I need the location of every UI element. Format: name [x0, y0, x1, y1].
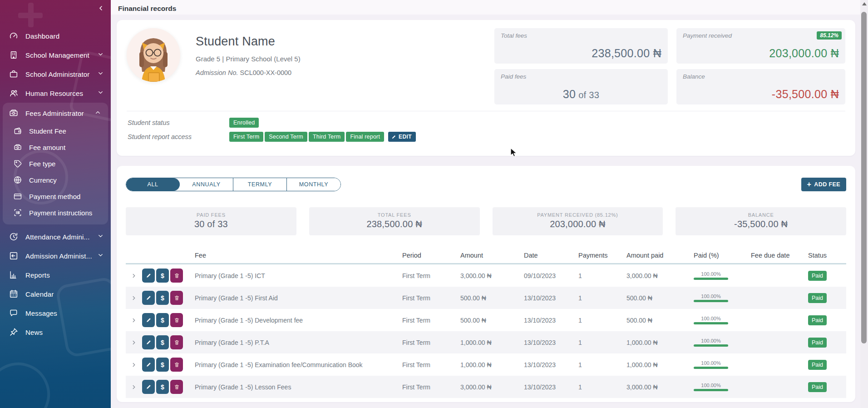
clock-refresh-icon: [8, 231, 19, 242]
sidebar-item-admission-administration[interactable]: Admission Administ...: [0, 246, 111, 265]
edit-fee-button[interactable]: [142, 335, 155, 349]
col-payments: Payments: [578, 252, 626, 259]
chevron-down-icon: [97, 89, 104, 97]
trash-icon: [174, 295, 180, 301]
summary-balance: BALANCE -35,500.00 ₦: [676, 207, 846, 235]
paid-progress-bar: [694, 278, 728, 280]
table-row: $ Primary (Grade 1 -5) ICT First Term 3,…: [126, 264, 846, 287]
student-grade: Grade 5 | Primary School (Level 5): [196, 55, 301, 63]
credit-card-icon: [13, 191, 23, 201]
col-paid-pct: Paid (%): [694, 252, 751, 259]
dollar-icon: $: [161, 339, 164, 346]
scrollbar-thumb[interactable]: [861, 12, 867, 343]
bar-chart-icon: [8, 269, 19, 280]
status-badge: Paid: [808, 382, 827, 392]
briefcase-icon: [8, 69, 19, 80]
summary-total-fees: TOTAL FEES 238,500.00 ₦: [309, 207, 480, 235]
student-status-label: Student status: [128, 119, 229, 126]
sidebar-item-school-administrator[interactable]: School Administrator: [0, 65, 111, 84]
edit-fee-button[interactable]: [142, 313, 155, 327]
pay-fee-button[interactable]: $: [156, 269, 169, 283]
status-badge: Paid: [808, 315, 827, 325]
dollar-icon: $: [161, 272, 164, 279]
edit-fee-button[interactable]: [142, 269, 155, 283]
student-stats: Total fees 238,500.00 ₦ Payment received…: [494, 28, 845, 104]
sidebar-item-currency[interactable]: Currency: [3, 172, 108, 188]
report-access-label: Student report access: [128, 133, 229, 140]
sidebar-item-reports[interactable]: Reports: [0, 265, 111, 284]
chevron-down-icon: [97, 252, 104, 260]
pay-fee-button[interactable]: $: [156, 313, 169, 327]
add-fee-button[interactable]: + ADD FEE: [801, 178, 846, 191]
dollar-icon: $: [161, 294, 164, 302]
sidebar-item-fees-administrator[interactable]: Fees Administrator: [3, 104, 108, 123]
sidebar-item-fee-amount[interactable]: Fee amount: [3, 139, 108, 155]
row-expander[interactable]: [126, 295, 142, 301]
delete-fee-button[interactable]: [170, 291, 183, 305]
sidebar-item-messages[interactable]: Messages: [0, 304, 111, 323]
delete-fee-button[interactable]: [170, 269, 183, 283]
chevron-down-icon: [97, 51, 104, 59]
sidebar-item-dashboard[interactable]: Dashboard: [0, 26, 111, 45]
sidebar-item-payment-method[interactable]: Payment method: [3, 188, 108, 204]
wallet-icon: [13, 126, 23, 136]
sidebar-item-human-resources[interactable]: Human Resources: [0, 84, 111, 103]
tab-all[interactable]: ALL: [126, 178, 180, 191]
col-status: Status: [808, 252, 846, 259]
fees-table: Fee Period Amount Date Payments Amount p…: [126, 247, 846, 398]
sidebar-item-label: Student Fee: [29, 127, 66, 135]
box-arrow-left-icon: [8, 250, 19, 261]
student-avatar: [127, 28, 180, 82]
delete-fee-button[interactable]: [170, 358, 183, 372]
edit-report-access-button[interactable]: EDIT: [388, 132, 416, 142]
table-row: $ Primary (Grade 1 -5) Lesson Fees First…: [126, 376, 846, 398]
pay-fee-button[interactable]: $: [156, 380, 169, 394]
row-expander[interactable]: [126, 317, 142, 323]
pencil-icon: [146, 362, 152, 368]
sidebar-item-calendar[interactable]: Calendar: [0, 284, 111, 304]
edit-fee-button[interactable]: [142, 291, 155, 305]
tab-monthly[interactable]: MONTHLY: [287, 178, 340, 191]
sidebar-item-attendance-administration[interactable]: Attendance Admini...: [0, 227, 111, 246]
row-expander[interactable]: [126, 384, 142, 390]
col-amount-paid: Amount paid: [626, 252, 694, 259]
status-badge: Paid: [808, 360, 827, 370]
stat-value: 30 of 33: [494, 88, 668, 101]
tab-annualy[interactable]: ANNUALY: [180, 178, 233, 191]
dashboard-icon: [8, 30, 19, 41]
pencil-icon: [146, 384, 152, 390]
chevron-up-icon: [94, 109, 102, 117]
pencil-icon: [146, 295, 152, 301]
edit-fee-button[interactable]: [142, 358, 155, 372]
sidebar-item-label: Messages: [25, 309, 104, 317]
scrollbar-up-arrow[interactable]: [862, 2, 867, 5]
row-expander[interactable]: [126, 339, 142, 346]
delete-fee-button[interactable]: [170, 380, 183, 394]
stat-payment-received: Payment received 85.12% 203,000.00 ₦: [676, 28, 845, 64]
tab-termly[interactable]: TERMLY: [233, 178, 287, 191]
sidebar-item-label: Fees Administrator: [25, 109, 94, 117]
row-expander[interactable]: [126, 273, 142, 279]
paid-progress-bar: [694, 344, 728, 347]
sidebar-item-news[interactable]: News: [0, 323, 111, 342]
delete-fee-button[interactable]: [170, 313, 183, 327]
pay-fee-button[interactable]: $: [156, 358, 169, 372]
chevron-right-icon: [131, 295, 137, 301]
stat-balance: Balance -35,500.00 ₦: [676, 69, 845, 104]
dollar-icon: $: [161, 317, 164, 324]
topbar: Financial records: [111, 0, 868, 15]
delete-fee-button[interactable]: [170, 335, 183, 349]
sidebar-item-school-management[interactable]: School Management: [0, 45, 111, 65]
plus-icon: +: [807, 180, 812, 189]
vertical-scrollbar[interactable]: [860, 0, 868, 408]
sidebar-item-payment-instructions[interactable]: Payment instructions: [3, 204, 108, 221]
sidebar: Dashboard School Management School Admin…: [0, 0, 111, 408]
pay-fee-button[interactable]: $: [156, 335, 169, 349]
sidebar-item-fee-type[interactable]: Fee type: [3, 155, 108, 172]
admission-label: Admission No.: [196, 69, 238, 76]
row-expander[interactable]: [126, 362, 142, 368]
edit-fee-button[interactable]: [142, 380, 155, 394]
paid-progress-bar: [694, 389, 728, 391]
sidebar-item-student-fee[interactable]: Student Fee: [3, 123, 108, 139]
pay-fee-button[interactable]: $: [156, 291, 169, 305]
